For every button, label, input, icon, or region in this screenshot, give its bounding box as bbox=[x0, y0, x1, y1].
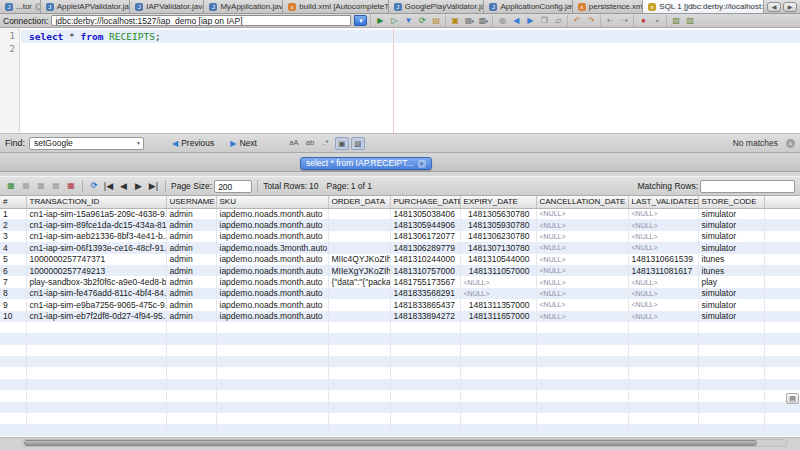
empty-cell[interactable] bbox=[764, 322, 800, 333]
empty-cell[interactable] bbox=[764, 413, 800, 424]
empty-cell[interactable] bbox=[460, 402, 536, 413]
table-cell[interactable]: <NULL> bbox=[628, 311, 698, 322]
table-cell[interactable]: <NULL> bbox=[536, 288, 628, 299]
table-cell[interactable]: simulator bbox=[698, 288, 764, 299]
column-header[interactable]: SKU bbox=[216, 196, 328, 208]
empty-cell[interactable] bbox=[390, 333, 460, 344]
empty-cell[interactable] bbox=[764, 356, 800, 367]
empty-cell[interactable] bbox=[26, 413, 166, 424]
empty-cell[interactable] bbox=[166, 424, 216, 435]
empty-cell[interactable] bbox=[764, 333, 800, 344]
empty-cell[interactable] bbox=[628, 424, 698, 435]
empty-cell[interactable] bbox=[0, 356, 26, 367]
empty-cell[interactable] bbox=[390, 345, 460, 356]
file-tab[interactable]: JMyApplication.java× bbox=[204, 0, 283, 13]
open-file-icon[interactable]: ▣ bbox=[449, 15, 461, 27]
refresh-records-icon[interactable]: ⟳ bbox=[88, 180, 100, 192]
table-cell[interactable]: itunes bbox=[698, 254, 764, 265]
connection-combobox[interactable]: jdbc:derby://localhost:1527/iap_demo [ia… bbox=[51, 15, 351, 26]
file-tab[interactable]: JGooglePlayValidator.java× bbox=[389, 0, 485, 13]
record-macro-icon[interactable]: ● bbox=[637, 15, 649, 27]
empty-cell[interactable] bbox=[216, 356, 328, 367]
empty-cell[interactable] bbox=[536, 367, 628, 378]
table-cell[interactable]: 1481306230780 bbox=[460, 231, 536, 242]
file-tab[interactable]: J...tor× bbox=[0, 0, 41, 13]
table-cell[interactable]: MIIc4QYJKoZIhvcNAQc... bbox=[328, 254, 390, 265]
next-page-icon[interactable]: ▶ bbox=[132, 181, 145, 191]
empty-cell[interactable] bbox=[460, 356, 536, 367]
find-previous-button[interactable]: ◀ Previous bbox=[166, 137, 220, 149]
table-cell[interactable]: simulator bbox=[698, 219, 764, 230]
empty-cell[interactable] bbox=[0, 402, 26, 413]
table-cell[interactable]: play-sandbox-3b2f0f6c-a9e0-4ed8-b... bbox=[26, 276, 166, 287]
empty-cell[interactable] bbox=[26, 424, 166, 435]
empty-cell[interactable] bbox=[536, 413, 628, 424]
table-cell[interactable] bbox=[764, 219, 800, 230]
table-cell[interactable] bbox=[764, 265, 800, 276]
table-cell[interactable]: cn1-iap-sim-eb7f2df8-0d27-4f94-95... bbox=[26, 311, 166, 322]
table-cell[interactable]: <NULL> bbox=[536, 299, 628, 310]
copy-icon[interactable]: ❐ bbox=[538, 15, 550, 27]
empty-cell[interactable] bbox=[166, 390, 216, 401]
redo-icon[interactable]: ↷ bbox=[585, 15, 597, 27]
table-cell[interactable]: 6 bbox=[0, 265, 26, 276]
table-cell[interactable]: <NULL> bbox=[628, 299, 698, 310]
column-header[interactable] bbox=[764, 196, 800, 208]
empty-cell[interactable] bbox=[328, 424, 390, 435]
file-tab[interactable]: xbuild.xml [AutocompleteTest]× bbox=[283, 0, 388, 13]
table-cell[interactable]: <NULL> bbox=[628, 242, 698, 253]
table-cell[interactable]: simulator bbox=[698, 299, 764, 310]
table-cell[interactable]: simulator bbox=[698, 231, 764, 242]
empty-cell[interactable] bbox=[628, 402, 698, 413]
empty-cell[interactable] bbox=[328, 390, 390, 401]
empty-cell[interactable] bbox=[0, 413, 26, 424]
chevron-down-icon[interactable]: ▼ bbox=[136, 140, 141, 146]
table-cell[interactable]: play bbox=[698, 276, 764, 287]
table-cell[interactable]: <NULL> bbox=[536, 219, 628, 230]
empty-cell[interactable] bbox=[536, 390, 628, 401]
table-cell[interactable]: admin bbox=[166, 288, 216, 299]
paste-icon[interactable]: ▱ bbox=[552, 15, 564, 27]
find-input[interactable]: setGoogle ▼ bbox=[29, 137, 144, 150]
table-cell[interactable]: 1481311057000 bbox=[460, 265, 536, 276]
jump-back-icon[interactable]: ◀ bbox=[510, 15, 522, 27]
table-cell[interactable]: simulator bbox=[698, 242, 764, 253]
table-cell[interactable]: iapdemo.noads.month.auto bbox=[216, 219, 328, 230]
empty-cell[interactable] bbox=[216, 379, 328, 390]
table-cell[interactable] bbox=[764, 242, 800, 253]
table-cell[interactable] bbox=[764, 231, 800, 242]
table-cell[interactable]: <NULL> bbox=[536, 265, 628, 276]
matching-rows-input[interactable] bbox=[700, 180, 795, 193]
table-cell[interactable]: <NULL> bbox=[628, 219, 698, 230]
table-cell[interactable] bbox=[328, 208, 390, 219]
empty-cell[interactable] bbox=[460, 333, 536, 344]
truncate-table-icon[interactable]: ▦ bbox=[65, 180, 77, 192]
empty-cell[interactable] bbox=[390, 356, 460, 367]
empty-cell[interactable] bbox=[698, 322, 764, 333]
table-cell[interactable]: admin bbox=[166, 254, 216, 265]
empty-cell[interactable] bbox=[390, 367, 460, 378]
table-cell[interactable]: 4 bbox=[0, 242, 26, 253]
empty-cell[interactable] bbox=[328, 333, 390, 344]
table-cell[interactable]: admin bbox=[166, 311, 216, 322]
forward-edit-icon[interactable]: ⇢ bbox=[618, 15, 630, 27]
empty-cell[interactable] bbox=[460, 379, 536, 390]
empty-cell[interactable] bbox=[0, 367, 26, 378]
table-cell[interactable]: iapdemo.noads.month.auto bbox=[216, 299, 328, 310]
empty-cell[interactable] bbox=[764, 367, 800, 378]
table-cell[interactable]: admin bbox=[166, 219, 216, 230]
table-cell[interactable]: iapdemo.noads.month.auto bbox=[216, 265, 328, 276]
table-cell[interactable]: 7 bbox=[0, 276, 26, 287]
empty-cell[interactable] bbox=[460, 424, 536, 435]
table-cell[interactable]: 1481310244000 bbox=[390, 254, 460, 265]
table-cell[interactable]: <NULL> bbox=[536, 311, 628, 322]
whole-words-icon[interactable]: ab bbox=[303, 137, 317, 150]
empty-cell[interactable] bbox=[460, 345, 536, 356]
empty-cell[interactable] bbox=[764, 379, 800, 390]
empty-cell[interactable] bbox=[216, 367, 328, 378]
table-cell[interactable]: 9 bbox=[0, 299, 26, 310]
empty-cell[interactable] bbox=[698, 390, 764, 401]
table-cell[interactable]: MIIeXgYJKoZIhvcNAQc... bbox=[328, 265, 390, 276]
empty-cell[interactable] bbox=[698, 345, 764, 356]
table-cell[interactable]: iapdemo.noads.month.auto bbox=[216, 288, 328, 299]
